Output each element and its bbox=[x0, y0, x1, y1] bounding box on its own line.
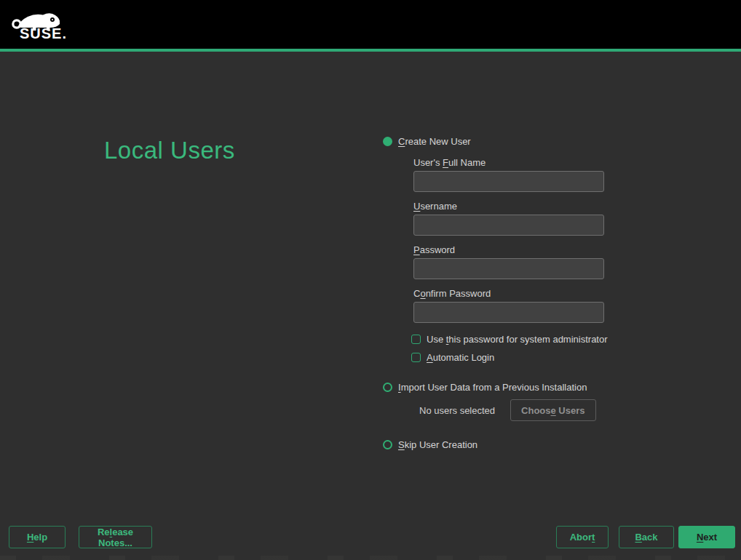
radio-unselected-icon[interactable] bbox=[383, 383, 392, 392]
brand-wordmark: SUSE. bbox=[20, 25, 67, 42]
password-label: Password bbox=[413, 244, 718, 255]
username-input[interactable] bbox=[413, 215, 604, 236]
radio-selected-icon[interactable] bbox=[383, 137, 392, 146]
release-notes-button[interactable]: Release Notes... bbox=[79, 526, 152, 548]
import-users-status-row: No users selected Choose Users bbox=[419, 399, 718, 421]
suse-logo: SUSE. bbox=[9, 6, 74, 45]
help-button[interactable]: Help bbox=[9, 526, 66, 548]
confirm-password-label: Confirm Password bbox=[413, 288, 718, 299]
abort-button[interactable]: Abort bbox=[556, 526, 609, 548]
checkbox-autologin-label: Automatic Login bbox=[427, 352, 494, 363]
full-name-label: User's Full Name bbox=[413, 157, 718, 168]
back-button[interactable]: Back bbox=[619, 526, 674, 548]
no-users-selected-status: No users selected bbox=[419, 405, 495, 416]
new-user-fields: User's Full Name Username Password Confi… bbox=[413, 157, 718, 323]
checkbox-unchecked-icon[interactable] bbox=[411, 335, 421, 344]
top-bar bbox=[0, 0, 741, 49]
username-label: Username bbox=[413, 201, 718, 212]
full-name-input[interactable] bbox=[413, 171, 604, 192]
radio-import-label: Import User Data from a Previous Install… bbox=[398, 382, 587, 393]
radio-import-user-data[interactable]: Import User Data from a Previous Install… bbox=[383, 382, 718, 393]
checkbox-automatic-login[interactable]: Automatic Login bbox=[411, 352, 718, 362]
radio-skip-user-creation[interactable]: Skip User Creation bbox=[383, 439, 718, 450]
checkbox-sysadmin-password[interactable]: Use this password for system administrat… bbox=[411, 334, 718, 344]
page-title: Local Users bbox=[104, 137, 235, 164]
local-users-form: Create New User User's Full Name Usernam… bbox=[383, 136, 718, 450]
radio-create-new-user[interactable]: Create New User bbox=[383, 136, 718, 147]
clipped-bottom-row bbox=[0, 556, 741, 560]
next-button[interactable]: Next bbox=[678, 526, 735, 548]
radio-skip-label: Skip User Creation bbox=[398, 439, 478, 450]
radio-create-label: Create New User bbox=[398, 136, 471, 147]
checkbox-unchecked-icon[interactable] bbox=[411, 353, 421, 362]
radio-unselected-icon[interactable] bbox=[383, 440, 392, 449]
choose-users-button[interactable]: Choose Users bbox=[510, 399, 595, 421]
password-input[interactable] bbox=[413, 258, 604, 279]
accent-divider bbox=[0, 49, 741, 52]
checkbox-sysadmin-label: Use this password for system administrat… bbox=[427, 334, 608, 345]
confirm-password-input[interactable] bbox=[413, 302, 604, 323]
